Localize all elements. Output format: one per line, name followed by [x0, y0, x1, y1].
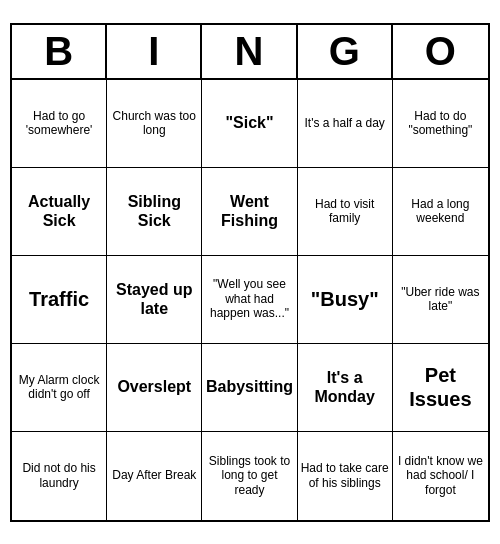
header-letter-O: O — [393, 25, 488, 78]
bingo-cell-4: Had to do "something" — [393, 80, 488, 168]
bingo-cell-7: Went Fishing — [202, 168, 297, 256]
bingo-cell-10: Traffic — [12, 256, 107, 344]
bingo-cell-0: Had to go 'somewhere' — [12, 80, 107, 168]
bingo-cell-23: Had to take care of his siblings — [298, 432, 393, 520]
header-letter-B: B — [12, 25, 107, 78]
bingo-cell-21: Day After Break — [107, 432, 202, 520]
bingo-cell-24: I didn't know we had school/ I forgot — [393, 432, 488, 520]
bingo-cell-14: "Uber ride was late" — [393, 256, 488, 344]
bingo-cell-6: Sibling Sick — [107, 168, 202, 256]
header-letter-G: G — [298, 25, 393, 78]
bingo-cell-2: "Sick" — [202, 80, 297, 168]
bingo-card: BINGO Had to go 'somewhere'Church was to… — [10, 23, 490, 522]
bingo-cell-18: It's a Monday — [298, 344, 393, 432]
bingo-cell-9: Had a long weekend — [393, 168, 488, 256]
bingo-cell-5: Actually Sick — [12, 168, 107, 256]
bingo-cell-12: "Well you see what had happen was..." — [202, 256, 297, 344]
header-letter-I: I — [107, 25, 202, 78]
bingo-cell-13: "Busy" — [298, 256, 393, 344]
bingo-cell-16: Overslept — [107, 344, 202, 432]
bingo-cell-22: Siblings took to long to get ready — [202, 432, 297, 520]
bingo-header: BINGO — [12, 25, 488, 80]
bingo-cell-17: Babysitting — [202, 344, 297, 432]
bingo-cell-15: My Alarm clock didn't go off — [12, 344, 107, 432]
bingo-cell-3: It's a half a day — [298, 80, 393, 168]
bingo-cell-1: Church was too long — [107, 80, 202, 168]
bingo-cell-11: Stayed up late — [107, 256, 202, 344]
bingo-cell-8: Had to visit family — [298, 168, 393, 256]
bingo-cell-19: Pet Issues — [393, 344, 488, 432]
header-letter-N: N — [202, 25, 297, 78]
bingo-cell-20: Did not do his laundry — [12, 432, 107, 520]
bingo-grid: Had to go 'somewhere'Church was too long… — [12, 80, 488, 520]
